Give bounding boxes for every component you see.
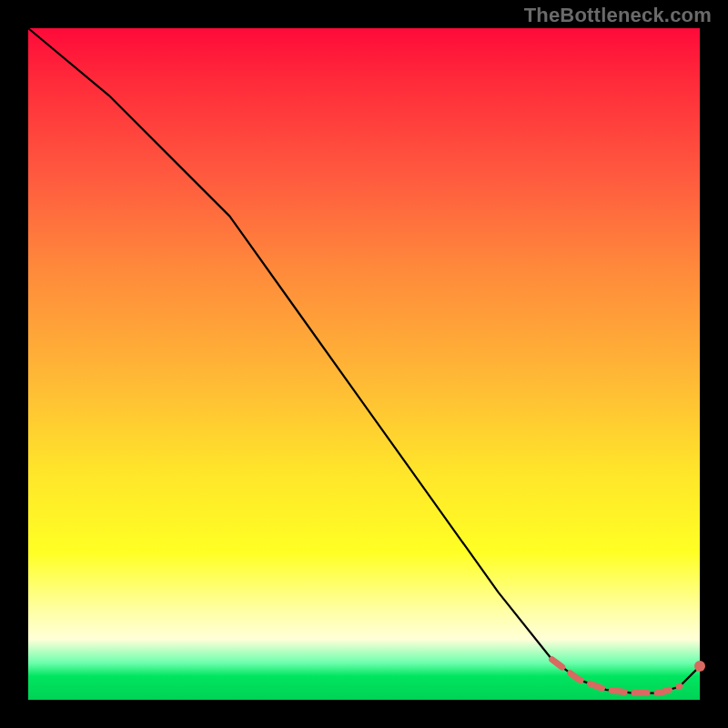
end-point-dot	[694, 661, 705, 672]
plot-area	[28, 28, 700, 700]
chart-frame: TheBottleneck.com	[0, 0, 728, 728]
watermark-text: TheBottleneck.com	[524, 4, 712, 27]
chart-svg	[28, 28, 700, 700]
bottleneck-curve	[28, 28, 700, 693]
optimal-range-dashed	[552, 660, 680, 693]
